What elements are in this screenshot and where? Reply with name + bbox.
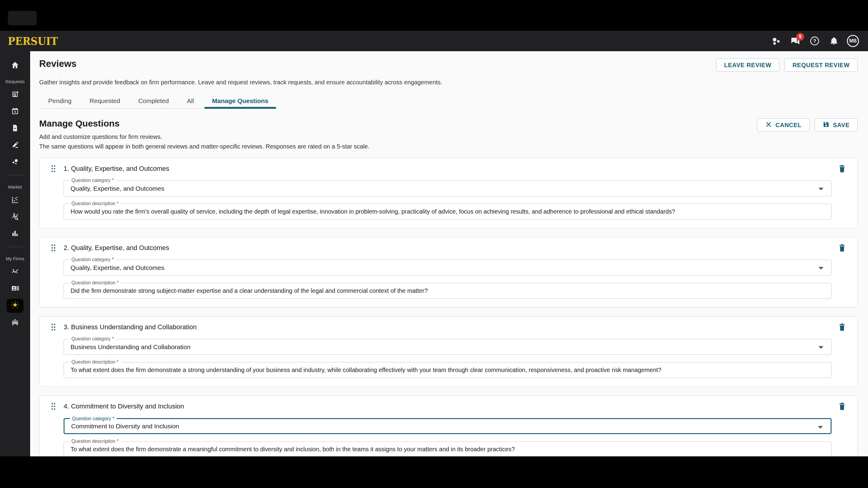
delete-question-icon[interactable]	[838, 323, 846, 333]
description-field-label: Question description *	[69, 359, 121, 365]
review-star-icon	[11, 301, 19, 311]
request-review-button[interactable]: REQUEST REVIEW	[784, 59, 858, 72]
svg-text:$: $	[14, 110, 16, 113]
tab-manage-questions[interactable]: Manage Questions	[203, 94, 278, 108]
question-category-select[interactable]: Question category * Quality, Expertise, …	[64, 260, 832, 275]
sidebar-item-analytics[interactable]	[7, 227, 24, 241]
question-category-select[interactable]: Question category * Commitment to Divers…	[64, 418, 832, 434]
category-field-label: Question category *	[69, 178, 116, 183]
sidebar-item-firm-insights[interactable]	[7, 265, 24, 279]
question-description-input[interactable]: Question description * How would you rat…	[64, 204, 832, 220]
firm-contacts-icon	[11, 284, 19, 293]
review-tabs: Pending Requested Completed All Manage Q…	[39, 94, 277, 109]
description-value: How would you rate the firm's overall qu…	[64, 208, 675, 215]
section-title: Manage Questions	[39, 119, 370, 129]
sidebar-divider	[7, 175, 24, 175]
question-card-2: 2. Quality, Expertise, and Outcomes Ques…	[39, 237, 858, 307]
billing-calendar-icon: $	[11, 107, 19, 116]
sidebar-item-panels[interactable]	[7, 316, 24, 330]
home-icon	[11, 61, 19, 70]
question-title: 2. Quality, Expertise, and Outcomes	[64, 244, 169, 252]
chat-icon[interactable]: 9	[789, 35, 802, 47]
question-title: 3. Business Understanding and Collaborat…	[64, 323, 197, 331]
section-subtitle-2: The same questions will appear in both g…	[39, 143, 370, 150]
app-header: PERSUIT 9 ? MB	[0, 31, 868, 51]
category-value: Commitment to Diversity and Inclusion	[64, 423, 179, 430]
cancel-button[interactable]: CANCEL	[757, 119, 810, 132]
sidebar-item-create-request[interactable]	[7, 88, 24, 102]
category-value: Quality, Expertise, and Outcomes	[64, 264, 164, 271]
delete-question-icon[interactable]	[838, 164, 846, 174]
tab-requested[interactable]: Requested	[81, 94, 129, 108]
close-icon	[765, 121, 772, 129]
main-content: Reviews LEAVE REVIEW REQUEST REVIEW Gath…	[30, 51, 868, 456]
description-field-label: Question description *	[69, 201, 121, 206]
description-field-label: Question description *	[69, 280, 121, 286]
sidebar-item-sign[interactable]	[7, 138, 24, 153]
notifications-bell-icon[interactable]	[828, 35, 840, 47]
question-category-select[interactable]: Question category * Business Understandi…	[64, 339, 832, 355]
leave-review-button[interactable]: LEAVE REVIEW	[716, 59, 780, 72]
panel-desk-icon	[11, 318, 19, 327]
window-chip	[8, 11, 37, 25]
question-list: 1. Quality, Expertise, and Outcomes Ques…	[39, 158, 858, 456]
drag-handle-icon[interactable]	[50, 402, 56, 411]
sidebar-item-documents[interactable]	[7, 122, 24, 135]
avatar[interactable]: MB	[847, 35, 859, 47]
help-icon[interactable]: ?	[808, 35, 821, 47]
question-description-input[interactable]: Question description * To what extent do…	[64, 362, 832, 378]
chevron-down-icon	[818, 267, 824, 270]
save-disk-icon	[823, 121, 830, 129]
sidebar-item-market-insights[interactable]	[7, 193, 24, 207]
question-card-3: 3. Business Understanding and Collaborat…	[39, 316, 858, 387]
page-title: Reviews	[39, 59, 76, 69]
sidebar-item-pipeline[interactable]	[7, 156, 24, 169]
tab-all[interactable]: All	[178, 94, 203, 108]
header-actions: 9 ? MB	[770, 35, 859, 47]
sidebar-item-rates[interactable]: $	[7, 210, 24, 224]
page-description: Gather insights and provide feedback on …	[39, 79, 858, 86]
drag-handle-icon[interactable]	[50, 323, 56, 332]
save-label: SAVE	[833, 122, 849, 129]
category-field-label: Question category *	[70, 416, 117, 421]
question-title: 4. Commitment to Diversity and Inclusion	[64, 402, 184, 410]
sidebar-section-market: Market	[8, 184, 22, 190]
cancel-label: CANCEL	[775, 122, 802, 129]
document-icon	[11, 124, 19, 133]
question-card-1: 1. Quality, Expertise, and Outcomes Ques…	[39, 158, 858, 228]
description-field-label: Question description *	[69, 438, 121, 444]
post-add-icon	[11, 90, 19, 99]
delete-question-icon[interactable]	[838, 402, 846, 412]
drag-handle-icon[interactable]	[50, 164, 56, 173]
description-value: To what extent does the firm demonstrate…	[64, 367, 661, 373]
save-button[interactable]: SAVE	[815, 119, 858, 132]
chat-badge: 9	[796, 33, 804, 41]
tab-pending[interactable]: Pending	[39, 94, 81, 108]
category-field-label: Question category *	[69, 336, 116, 341]
description-value: Did the firm demonstrate strong subject-…	[64, 287, 428, 294]
question-card-4: 4. Commitment to Diversity and Inclusion…	[39, 395, 858, 456]
rate-search-icon: $	[11, 213, 19, 222]
insights-sparkle-icon	[11, 267, 19, 276]
sidebar-item-firm-contacts[interactable]	[7, 282, 24, 296]
question-category-select[interactable]: Question category * Quality, Expertise, …	[64, 181, 832, 196]
chevron-down-icon	[818, 188, 824, 190]
tab-completed[interactable]: Completed	[129, 94, 178, 108]
section-subtitle-1: Add and customize questions for firm rev…	[39, 133, 370, 140]
sidebar-section-requests: Requests	[5, 79, 24, 84]
question-description-input[interactable]: Question description * To what extent do…	[64, 441, 832, 456]
delete-question-icon[interactable]	[838, 243, 846, 254]
drag-handle-icon[interactable]	[50, 243, 56, 253]
question-description-input[interactable]: Question description * Did the firm demo…	[64, 283, 832, 299]
description-value: To what extent does the firm demonstrate…	[64, 446, 515, 453]
bubble-chart-icon	[11, 158, 19, 167]
sidebar-item-billing[interactable]: $	[7, 105, 24, 119]
signature-pen-icon	[11, 141, 19, 150]
bar-chart-icon	[11, 230, 19, 238]
persuit-logo: PERSUIT	[8, 35, 58, 47]
sidebar-item-home[interactable]	[7, 59, 24, 73]
category-value: Business Understanding and Collaboration	[64, 344, 190, 351]
sidebar-item-reviews[interactable]	[7, 299, 24, 313]
sidebar: Requests $ Market $ My Firms	[0, 51, 30, 456]
workflow-dots-icon[interactable]	[770, 35, 782, 47]
